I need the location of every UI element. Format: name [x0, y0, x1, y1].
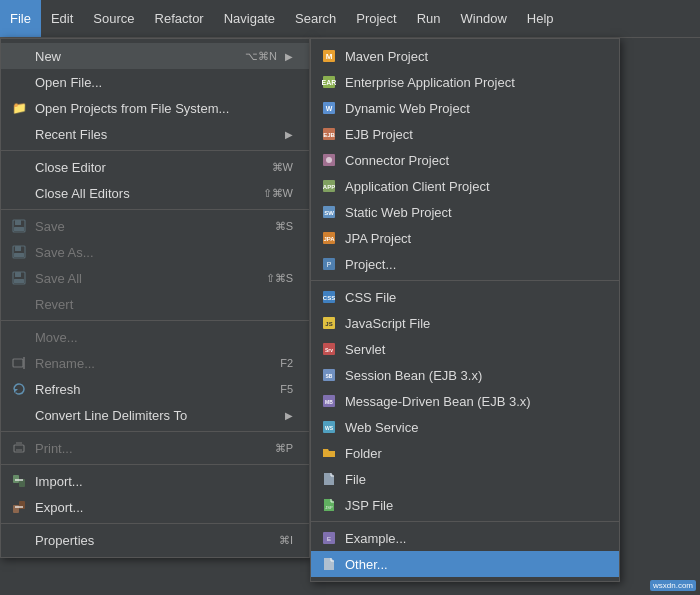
- menu-item-close-all[interactable]: Close All Editors ⇧⌘W: [1, 180, 309, 206]
- enterprise-icon: EAR: [319, 74, 339, 90]
- svg-rect-14: [13, 475, 19, 483]
- menu-item-close-editor[interactable]: Close Editor ⌘W: [1, 154, 309, 180]
- submenu-connector[interactable]: Connector Project: [311, 147, 619, 173]
- menu-file[interactable]: File: [0, 0, 41, 37]
- example-icon: E: [319, 530, 339, 546]
- menu-run[interactable]: Run: [407, 0, 451, 37]
- svg-text:W: W: [326, 105, 333, 112]
- submenu-sep-1: [311, 280, 619, 281]
- menu-item-print[interactable]: Print... ⌘P: [1, 435, 309, 461]
- menu-project[interactable]: Project: [346, 0, 406, 37]
- submenu-file[interactable]: File: [311, 466, 619, 492]
- submenu-app-client[interactable]: APP Application Client Project: [311, 173, 619, 199]
- submenu-folder[interactable]: Folder: [311, 440, 619, 466]
- svg-text:JSP: JSP: [325, 505, 333, 510]
- menu-item-new[interactable]: New ⌥⌘N ▶: [1, 43, 309, 69]
- menu-item-export[interactable]: Export...: [1, 494, 309, 520]
- webservice-icon: WS: [319, 419, 339, 435]
- svg-rect-12: [16, 442, 22, 446]
- submenu-static-web[interactable]: SW Static Web Project: [311, 199, 619, 225]
- move-icon: [9, 329, 29, 345]
- refresh-icon: [9, 381, 29, 397]
- menu-navigate[interactable]: Navigate: [214, 0, 285, 37]
- menu-edit[interactable]: Edit: [41, 0, 83, 37]
- submenu-project[interactable]: P Project...: [311, 251, 619, 277]
- menu-item-rename[interactable]: Rename... F2: [1, 350, 309, 376]
- svg-text:P: P: [327, 261, 332, 268]
- submenu-servlet[interactable]: Srv Servlet: [311, 336, 619, 362]
- open-projects-icon: 📁: [9, 100, 29, 116]
- svg-rect-2: [14, 227, 24, 231]
- submenu-enterprise[interactable]: EAR Enterprise Application Project: [311, 69, 619, 95]
- separator-5: [1, 464, 309, 465]
- svg-text:EAR: EAR: [322, 79, 336, 86]
- submenu-session-bean[interactable]: SB Session Bean (EJB 3.x): [311, 362, 619, 388]
- submenu-jsp[interactable]: JSP JSP File: [311, 492, 619, 518]
- submenu-other[interactable]: Other...: [311, 551, 619, 577]
- svg-text:APP: APP: [323, 184, 335, 190]
- project-icon: P: [319, 256, 339, 272]
- separator-1: [1, 150, 309, 151]
- submenu-jpa[interactable]: JPA JPA Project: [311, 225, 619, 251]
- maven-icon: M: [319, 48, 339, 64]
- svg-rect-7: [15, 272, 21, 277]
- rename-icon: [9, 355, 29, 371]
- menu-item-save-all[interactable]: Save All ⇧⌘S: [1, 265, 309, 291]
- menu-item-properties[interactable]: Properties ⌘I: [1, 527, 309, 553]
- svg-rect-1: [15, 220, 21, 225]
- properties-icon: [9, 532, 29, 548]
- submenu-webservice[interactable]: WS Web Service: [311, 414, 619, 440]
- revert-icon: [9, 296, 29, 312]
- svg-text:JS: JS: [325, 321, 332, 327]
- menu-item-convert[interactable]: Convert Line Delimiters To ▶: [1, 402, 309, 428]
- submenu-example[interactable]: E Example...: [311, 525, 619, 551]
- svg-text:M: M: [326, 52, 333, 61]
- menu-item-recent-files[interactable]: Recent Files ▶: [1, 121, 309, 147]
- menubar: File Edit Source Refactor Navigate Searc…: [0, 0, 700, 38]
- submenu-js[interactable]: JS JavaScript File: [311, 310, 619, 336]
- msg-bean-icon: MB: [319, 393, 339, 409]
- export-icon: [9, 499, 29, 515]
- svg-text:WS: WS: [325, 425, 334, 431]
- separator-2: [1, 209, 309, 210]
- menu-window[interactable]: Window: [451, 0, 517, 37]
- new-submenu-panel: M Maven Project EAR Enterprise Applicati…: [310, 38, 620, 582]
- css-icon: CSS: [319, 289, 339, 305]
- submenu-msg-bean[interactable]: MB Message-Driven Bean (EJB 3.x): [311, 388, 619, 414]
- menu-item-open-projects[interactable]: 📁 Open Projects from File System...: [1, 95, 309, 121]
- menu-item-revert[interactable]: Revert: [1, 291, 309, 317]
- menu-item-save[interactable]: Save ⌘S: [1, 213, 309, 239]
- svg-point-29: [326, 157, 332, 163]
- submenu-ejb[interactable]: EJB EJB Project: [311, 121, 619, 147]
- separator-3: [1, 320, 309, 321]
- submenu-maven[interactable]: M Maven Project: [311, 43, 619, 69]
- svg-text:Srv: Srv: [325, 347, 333, 353]
- convert-icon: [9, 407, 29, 423]
- watermark-badge: wsxdn.com: [650, 580, 696, 591]
- menu-item-open-file[interactable]: Open File...: [1, 69, 309, 95]
- menu-item-refresh[interactable]: Refresh F5: [1, 376, 309, 402]
- svg-text:E: E: [327, 536, 331, 542]
- jpa-icon: JPA: [319, 230, 339, 246]
- menu-item-import[interactable]: Import...: [1, 468, 309, 494]
- separator-6: [1, 523, 309, 524]
- svg-rect-5: [14, 253, 24, 257]
- menu-source[interactable]: Source: [83, 0, 144, 37]
- submenu-dynamic-web[interactable]: W Dynamic Web Project: [311, 95, 619, 121]
- svg-rect-8: [14, 279, 24, 283]
- submenu-css[interactable]: CSS CSS File: [311, 284, 619, 310]
- save-all-icon: [9, 270, 29, 286]
- separator-4: [1, 431, 309, 432]
- save-as-icon: [9, 244, 29, 260]
- file-icon: [319, 471, 339, 487]
- session-bean-icon: SB: [319, 367, 339, 383]
- menu-search[interactable]: Search: [285, 0, 346, 37]
- submenu-sep-2: [311, 521, 619, 522]
- menu-help[interactable]: Help: [517, 0, 564, 37]
- menu-item-move[interactable]: Move...: [1, 324, 309, 350]
- svg-text:SB: SB: [326, 373, 333, 379]
- svg-rect-18: [19, 501, 25, 509]
- menu-item-save-as[interactable]: Save As...: [1, 239, 309, 265]
- menu-refactor[interactable]: Refactor: [145, 0, 214, 37]
- print-icon: [9, 440, 29, 456]
